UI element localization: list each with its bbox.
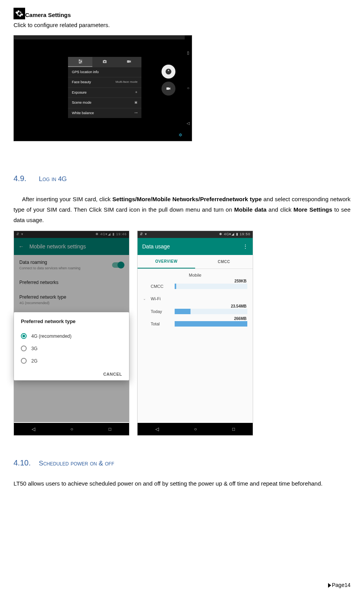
svg-point-2 bbox=[79, 62, 80, 63]
usage-row-cmcc: CMCC 259KB bbox=[138, 280, 253, 293]
setting-scenemode[interactable]: Scene mode▣ bbox=[68, 98, 141, 108]
svg-point-0 bbox=[79, 60, 80, 60]
camera-settings-heading: Camera Settings bbox=[14, 8, 350, 19]
svg-point-1 bbox=[81, 61, 82, 62]
svg-rect-5 bbox=[167, 87, 169, 90]
camera-settings-panel: GPS location info Face beautyMulti-face … bbox=[68, 57, 141, 118]
camera-settings-desc: Click to configure related parameters. bbox=[14, 21, 350, 30]
network-type-dialog: Preferred network type 4G (recommended) … bbox=[14, 312, 129, 380]
android-navbar: ◁ ○ □ bbox=[138, 423, 253, 435]
shutter-button[interactable] bbox=[162, 65, 175, 79]
nav-home-icon[interactable]: ○ bbox=[194, 426, 197, 433]
chevron-down-icon[interactable]: ⌄ bbox=[143, 296, 147, 302]
nav-home-icon[interactable]: ○ bbox=[70, 426, 73, 433]
nav-back-icon[interactable]: ◁ bbox=[187, 120, 190, 126]
section-4-10-body: LT50 allows users to achieve scheduled p… bbox=[14, 478, 350, 489]
camera-icon[interactable] bbox=[92, 57, 117, 67]
usage-row-total: Total 266MB bbox=[138, 318, 253, 330]
camera-settings-title: Camera Settings bbox=[25, 12, 71, 18]
sliders-icon[interactable] bbox=[68, 57, 92, 67]
android-navbar: ▯ ○ ◁ bbox=[185, 36, 192, 141]
camera-gear-icon bbox=[14, 8, 25, 19]
setting-facebeauty[interactable]: Face beautyMulti-face mode bbox=[68, 77, 141, 87]
radio-icon bbox=[21, 346, 27, 351]
setting-exposure[interactable]: Exposure☀ bbox=[68, 87, 141, 98]
scene-icon: ▣ bbox=[134, 100, 138, 106]
nav-menu-icon[interactable]: ▯ bbox=[187, 50, 189, 56]
data-usage-screenshot: ⇵ ▾ ✱ 4G▾◢ ▮ 19:50 Data usage ⋮ OVERVIEW… bbox=[137, 231, 253, 436]
wb-icon: ⊶ bbox=[134, 111, 138, 116]
gear-icon[interactable]: ✲ bbox=[179, 132, 182, 139]
section-4-9-body: After inserting your SIM card, click Set… bbox=[14, 194, 350, 225]
nav-back-icon[interactable]: ◁ bbox=[155, 426, 159, 433]
radio-2g[interactable]: 2G bbox=[21, 355, 122, 367]
exposure-icon: ☀ bbox=[135, 90, 138, 96]
cancel-button[interactable]: CANCEL bbox=[21, 371, 122, 378]
section-4-9-heading: 4.9. Log in 4G bbox=[14, 173, 350, 184]
android-navbar: ◁ ○ □ bbox=[14, 423, 129, 435]
record-button[interactable] bbox=[162, 82, 175, 96]
nav-recent-icon[interactable]: □ bbox=[109, 426, 111, 433]
camera-settings-screenshot: GPS location info Face beautyMulti-face … bbox=[14, 35, 192, 141]
dialog-title: Preferred network type bbox=[21, 318, 122, 325]
usage-bar-fill bbox=[175, 309, 191, 314]
nav-home-icon[interactable]: ○ bbox=[187, 85, 189, 91]
svg-rect-4 bbox=[127, 60, 130, 63]
setting-gps[interactable]: GPS location info bbox=[68, 67, 141, 77]
nav-recent-icon[interactable]: □ bbox=[232, 426, 235, 433]
setting-whitebalance[interactable]: White balance⊶ bbox=[68, 108, 141, 118]
radio-icon bbox=[21, 358, 27, 364]
usage-bar-fill bbox=[175, 284, 176, 289]
tab-cmcc[interactable]: CMCC bbox=[195, 255, 253, 269]
radio-selected-icon bbox=[21, 333, 27, 339]
usage-bar-fill bbox=[175, 321, 247, 327]
overflow-icon[interactable]: ⋮ bbox=[243, 243, 248, 251]
status-bar: ⇵ ▾ ✱ 4G▾◢ ▮ 19:50 bbox=[138, 231, 253, 238]
radio-3g[interactable]: 3G bbox=[21, 342, 122, 355]
tab-overview[interactable]: OVERVIEW bbox=[138, 255, 195, 269]
section-4-10-heading: 4.10. Scheduled power on & off bbox=[14, 457, 350, 469]
radio-4g[interactable]: 4G (recommended) bbox=[21, 330, 122, 342]
android-statusbar bbox=[14, 36, 185, 39]
screen-header: Data usage ⋮ bbox=[138, 238, 253, 255]
video-icon[interactable] bbox=[117, 57, 141, 67]
nav-back-icon[interactable]: ◁ bbox=[32, 426, 35, 433]
mobile-network-screenshot: ⇵ ▾ ✱ 4G▾◢ ▮ 19:46 ← Mobile network sett… bbox=[14, 231, 129, 436]
svg-point-3 bbox=[104, 61, 105, 62]
